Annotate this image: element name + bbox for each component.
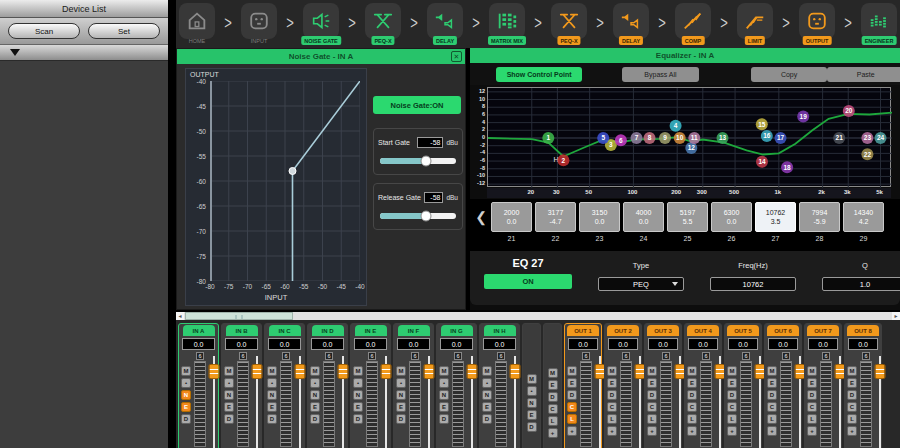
start-gate-slider[interactable] <box>380 158 456 164</box>
channel-gain-value[interactable]: 0.0 <box>648 338 678 350</box>
fader-rail[interactable] <box>338 356 348 448</box>
strip-button-m[interactable]: M <box>527 374 537 384</box>
strip-button-•[interactable]: • <box>181 378 191 388</box>
strip-button-e[interactable]: E <box>847 378 857 388</box>
channel-gain-value[interactable]: 0.0 <box>354 338 387 350</box>
channel-gain-value[interactable]: 0.0 <box>768 338 798 350</box>
eq-band-27[interactable]: 107623.527 <box>755 202 796 242</box>
show-control-point-button[interactable]: Show Control Point <box>496 67 582 82</box>
nav-item-comp[interactable]: COMP <box>674 0 712 48</box>
strip-button-+[interactable]: + <box>647 426 657 436</box>
strip-button-+[interactable]: + <box>567 426 577 436</box>
strip-button-d[interactable]: D <box>548 392 558 402</box>
strip-button-d[interactable]: D <box>353 414 363 424</box>
paste-button[interactable]: Paste <box>827 67 900 82</box>
channel-gain-value[interactable]: 0.0 <box>268 338 301 350</box>
channel-strip-out-7[interactable]: OUT 70.0MEDCL+6-64 <box>804 323 842 448</box>
strip-button-e[interactable]: E <box>767 378 777 388</box>
channel-gain-value[interactable]: 0.0 <box>483 338 516 350</box>
set-button[interactable]: Set <box>88 23 160 39</box>
channel-label[interactable]: OUT 8 <box>847 325 879 336</box>
scrollbar-thumb[interactable] <box>185 312 293 320</box>
strip-button-c[interactable]: C <box>807 402 817 412</box>
start-gate-value[interactable]: -58 <box>417 137 443 148</box>
strip-button-+[interactable]: + <box>727 426 737 436</box>
fader-rail[interactable] <box>295 356 305 448</box>
strip-button-c[interactable]: C <box>647 402 657 412</box>
fader-handle[interactable] <box>875 364 886 379</box>
strip-button-m[interactable]: M <box>439 366 449 376</box>
strip-button-c[interactable]: C <box>607 402 617 412</box>
scroll-left-icon[interactable]: ◂ <box>176 312 184 320</box>
strip-button-l[interactable]: L <box>727 414 737 424</box>
channel-gain-value[interactable]: 0.0 <box>608 338 638 350</box>
band-prev-button[interactable]: ❮ <box>474 202 488 232</box>
strip-button-l[interactable]: L <box>567 414 577 424</box>
strip-button-d[interactable]: D <box>847 390 857 400</box>
strip-button-e[interactable]: E <box>687 378 697 388</box>
strip-button-e[interactable]: E <box>567 378 577 388</box>
close-icon[interactable]: ✕ <box>451 51 462 62</box>
strip-button-d[interactable]: D <box>224 414 234 424</box>
channel-strip-in-a[interactable]: IN A0.0M•NED6-64 <box>178 323 219 448</box>
channel-gain-value[interactable]: 0.0 <box>311 338 344 350</box>
strip-button-•[interactable]: • <box>310 378 320 388</box>
strip-button-d[interactable]: D <box>687 390 697 400</box>
strip-button-c[interactable]: C <box>687 402 697 412</box>
strip-button-n[interactable]: N <box>482 390 492 400</box>
channel-label[interactable]: OUT 7 <box>807 325 839 336</box>
strip-button-n[interactable]: N <box>353 390 363 400</box>
nav-item-delay[interactable]: DELAY <box>426 0 464 48</box>
strip-button-+[interactable]: + <box>767 426 777 436</box>
channel-gain-value[interactable]: 0.0 <box>440 338 473 350</box>
channel-strip-in-c[interactable]: IN C0.0M•NED6-64 <box>264 323 305 448</box>
strip-button-m[interactable]: M <box>847 366 857 376</box>
nav-item-matrix-mix[interactable]: MATRIX MIX <box>488 0 526 48</box>
strip-button-m[interactable]: M <box>310 366 320 376</box>
strip-button-m[interactable]: M <box>353 366 363 376</box>
channel-label[interactable]: IN D <box>312 325 344 336</box>
fader-rail[interactable] <box>510 356 520 448</box>
strip-button-m[interactable]: M <box>647 366 657 376</box>
strip-button-d[interactable]: D <box>727 390 737 400</box>
scroll-right-icon[interactable]: ▸ <box>892 312 900 320</box>
channel-gain-value[interactable]: 0.0 <box>225 338 258 350</box>
strip-button-c[interactable]: C <box>767 402 777 412</box>
eq-band-22[interactable]: 3177-4.722 <box>535 202 576 242</box>
eq-band-28[interactable]: 7994-5.928 <box>799 202 840 242</box>
strip-button-e[interactable]: E <box>267 402 277 412</box>
noise-gate-plot[interactable] <box>210 81 360 285</box>
strip-button-m[interactable]: M <box>687 366 697 376</box>
fader-rail[interactable] <box>424 356 434 448</box>
eq-freq-field[interactable]: 10762 <box>710 277 796 291</box>
strip-button-d[interactable]: D <box>807 390 817 400</box>
start-gate-slider-thumb[interactable] <box>420 156 431 167</box>
channel-strip-out-8[interactable]: OUT 80.0MEDCL+6-64 <box>844 323 882 448</box>
nav-item-noise-gate[interactable]: NOISE GATE <box>302 0 340 48</box>
channel-strip-in-f[interactable]: IN F0.0M•NED6-64 <box>393 323 434 448</box>
channel-label[interactable]: OUT 4 <box>687 325 719 336</box>
strip-button-m[interactable]: M <box>181 366 191 376</box>
strip-button-n[interactable]: N <box>439 390 449 400</box>
fader-rail[interactable] <box>467 356 477 448</box>
strip-button-e[interactable]: E <box>807 378 817 388</box>
channel-label[interactable]: OUT 3 <box>647 325 679 336</box>
strip-button-d[interactable]: D <box>482 414 492 424</box>
strip-button-e[interactable]: E <box>727 378 737 388</box>
release-gate-slider-thumb[interactable] <box>420 211 431 222</box>
channel-strip-in-g[interactable]: IN G0.0M•NED6-64 <box>436 323 477 448</box>
eq-on-button[interactable]: ON <box>484 274 572 289</box>
channel-label[interactable]: OUT 5 <box>727 325 759 336</box>
strip-button-d[interactable]: D <box>567 390 577 400</box>
strip-button-m[interactable]: M <box>548 368 558 378</box>
strip-button-+[interactable]: + <box>607 426 617 436</box>
channel-strip-out-3[interactable]: OUT 30.0MEDCL+6-64 <box>644 323 682 448</box>
channel-label[interactable]: IN F <box>398 325 430 336</box>
strip-button-•[interactable]: • <box>353 378 363 388</box>
strip-button-c[interactable]: C <box>567 402 577 412</box>
eq-band-25[interactable]: 51975.525 <box>667 202 708 242</box>
strip-button-m[interactable]: M <box>727 366 737 376</box>
strip-button-+[interactable]: + <box>847 426 857 436</box>
channel-label[interactable]: OUT 6 <box>767 325 799 336</box>
channel-gain-value[interactable]: 0.0 <box>808 338 838 350</box>
